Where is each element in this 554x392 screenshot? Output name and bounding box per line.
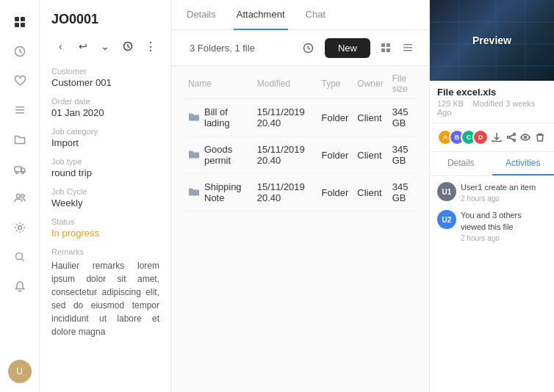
status-value: In progress — [51, 228, 159, 239]
table-row[interactable]: Shipping Note 15/11/2019 20.40 Folder Cl… — [184, 174, 417, 211]
sidebar-icon-folder[interactable] — [7, 126, 33, 153]
left-panel: JO0001 ‹ ↩ ⌄ ⋮ Customer Customer 001 Ord… — [40, 0, 172, 392]
file-row-size: 345 GB — [388, 137, 417, 174]
activity-text: You and 3 others viewed this file — [461, 210, 547, 233]
detail-tab-activities[interactable]: Activities — [492, 152, 555, 175]
file-info: File excel.xls 129 KB Modified 3 weeks A… — [430, 81, 554, 123]
table-row[interactable]: Goods permit 15/11/2019 20.40 Folder Cli… — [184, 137, 417, 174]
file-toolbar: 3 Folders, 1 file New — [172, 30, 429, 66]
download-icon[interactable] — [490, 128, 503, 147]
file-row-name: Shipping Note — [204, 181, 248, 203]
detail-tab-details[interactable]: Details — [430, 152, 492, 175]
tab-attachment[interactable]: Attachment — [234, 0, 288, 30]
order-date-label: Order date — [51, 97, 159, 106]
folder-icon — [188, 112, 200, 124]
file-row-modified: 15/11/2019 20.40 — [253, 137, 317, 174]
view-toggle — [376, 38, 417, 57]
more-icon[interactable]: ⋮ — [141, 36, 159, 57]
customer-label: Customer — [51, 67, 159, 76]
sidebar-icon-bell[interactable] — [7, 273, 33, 300]
svg-rect-3 — [21, 23, 25, 27]
svg-rect-23 — [403, 50, 412, 51]
activity-content: You and 3 others viewed this file 2 hour… — [461, 210, 547, 242]
svg-point-33 — [525, 137, 527, 139]
col-name: Name — [184, 66, 253, 99]
tab-details[interactable]: Details — [184, 0, 219, 30]
sidebar-icon-heart[interactable] — [7, 68, 33, 94]
svg-rect-5 — [15, 106, 24, 108]
main-tabs: Details Attachment Chat — [172, 0, 429, 30]
customer-value: Customer 001 — [51, 77, 159, 88]
file-row-owner: Client — [353, 99, 387, 137]
eye-icon[interactable] — [519, 128, 533, 147]
svg-rect-17 — [381, 43, 385, 47]
svg-point-9 — [15, 172, 18, 174]
activity-time: 2 hours ago — [461, 195, 536, 203]
sidebar-icon-truck[interactable] — [7, 156, 33, 182]
table-row[interactable]: Bill of lading 15/11/2019 20.40 Folder C… — [184, 99, 417, 137]
svg-rect-21 — [403, 44, 412, 46]
grid-view-icon[interactable] — [376, 38, 395, 57]
svg-point-30 — [513, 134, 515, 136]
file-row-modified: 15/11/2019 20.40 — [253, 174, 317, 211]
order-date-value: 01 Jan 2020 — [51, 107, 159, 118]
tab-chat[interactable]: Chat — [303, 0, 328, 30]
file-name: File excel.xls — [437, 87, 547, 98]
file-size: 129 KB — [437, 99, 464, 108]
col-owner: Owner — [353, 66, 387, 99]
delete-icon[interactable] — [533, 128, 547, 147]
sidebar-icon-users[interactable] — [7, 185, 33, 211]
file-table: Name Modified Type Owner File size Bill … — [184, 66, 417, 211]
new-button[interactable]: New — [325, 38, 370, 58]
sidebar-icon-clock[interactable] — [7, 38, 33, 65]
activity-item: U1 User1 create an item 2 hours ago — [437, 182, 547, 203]
remarks-label: Remarks — [51, 247, 159, 256]
undo-icon[interactable]: ↩ — [74, 36, 93, 57]
remarks-value: Haulier remarks lorem ipsum dolor sit am… — [51, 259, 159, 338]
activity-time: 2 hours ago — [461, 234, 547, 242]
svg-rect-19 — [381, 48, 385, 52]
job-category-label: Job category — [51, 127, 159, 136]
svg-rect-7 — [15, 112, 24, 114]
file-row-modified: 15/11/2019 20.40 — [253, 99, 317, 137]
svg-point-32 — [513, 139, 515, 142]
file-row-name: Bill of lading — [204, 106, 248, 128]
share-icon[interactable] — [505, 128, 518, 147]
right-panel: Preview File excel.xls 129 KB Modified 3… — [429, 0, 554, 392]
activities-list: U1 User1 create an item 2 hours ago U2 Y… — [430, 176, 554, 392]
file-row-size: 345 GB — [388, 99, 417, 137]
svg-rect-18 — [386, 43, 390, 47]
user-avatar[interactable]: U — [8, 360, 32, 383]
avatar-stack: A B C D — [437, 129, 489, 145]
svg-rect-0 — [15, 17, 19, 21]
svg-rect-2 — [15, 23, 19, 27]
svg-point-13 — [18, 226, 21, 230]
preview-label: Preview — [472, 35, 511, 46]
file-row-owner: Client — [353, 174, 387, 211]
main-content: Details Attachment Chat 3 Folders, 1 fil… — [172, 0, 429, 392]
redo-icon[interactable]: ⌄ — [96, 36, 115, 57]
preview-area: Preview — [430, 0, 554, 81]
clock-icon[interactable] — [298, 37, 319, 58]
sidebar-icon-list[interactable] — [7, 97, 33, 123]
sidebar-icon-grid[interactable] — [7, 9, 33, 35]
job-cycle-value: Weekly — [51, 197, 159, 208]
activity-text: User1 create an item — [461, 182, 536, 193]
folder-icon — [188, 149, 200, 161]
sidebar-icon-search[interactable] — [7, 244, 33, 270]
folder-icon — [188, 186, 200, 199]
avatar-4: D — [472, 129, 489, 145]
svg-point-14 — [15, 253, 22, 260]
history-icon[interactable] — [119, 36, 137, 57]
svg-point-11 — [16, 195, 20, 198]
status-label: Status — [51, 217, 159, 226]
col-modified: Modified — [253, 66, 317, 99]
back-icon[interactable]: ‹ — [51, 36, 70, 57]
list-view-icon[interactable] — [398, 38, 417, 57]
sidebar-icon-settings[interactable] — [7, 214, 33, 241]
col-type: Type — [317, 66, 353, 99]
file-row-type: Folder — [317, 174, 353, 211]
svg-point-12 — [21, 195, 24, 197]
file-table-area: Name Modified Type Owner File size Bill … — [172, 66, 429, 392]
svg-point-10 — [21, 172, 24, 174]
